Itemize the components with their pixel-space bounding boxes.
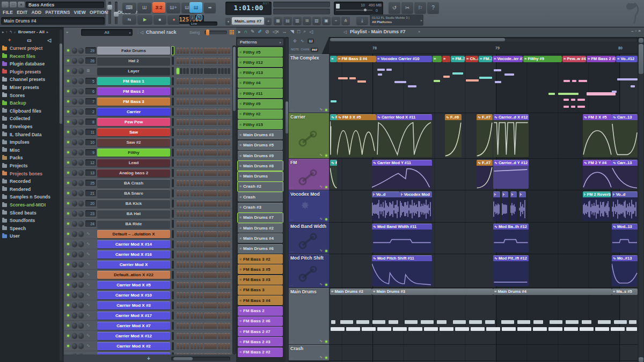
step-cell[interactable] (228, 150, 230, 156)
clip-ma-s-5[interactable]: ≡ Ma..s #5 (612, 289, 638, 295)
browser-item-soundfonts[interactable]: Soundfonts (2, 218, 35, 223)
step-cell[interactable] (207, 129, 210, 135)
pattern-item-main-drums-7[interactable]: ≡Main Drums #7 (238, 213, 283, 223)
clip-carrier-mod-y-11[interactable]: ∿Carrier Mod Y #11 (372, 160, 432, 189)
step-cell[interactable] (214, 343, 216, 349)
browser-item-scores-and-midi[interactable]: Scores-and-MIDI (2, 202, 46, 208)
step-cell[interactable] (228, 282, 230, 288)
pattern-item-main-drums-5[interactable]: ≡Main Drums #5 (238, 141, 283, 150)
volume-knob[interactable] (78, 78, 84, 84)
channel-enable-led[interactable] (67, 151, 69, 153)
step-cell[interactable] (197, 201, 200, 206)
channel-selector-strip[interactable] (172, 342, 174, 350)
track-link-icon[interactable]: ∿ (319, 184, 323, 189)
track-led[interactable] (325, 250, 327, 252)
step-cell[interactable] (218, 313, 221, 319)
browser-item-rendered[interactable]: Rendered (2, 187, 31, 192)
step-cell[interactable] (207, 221, 210, 227)
step-cell[interactable] (204, 88, 207, 94)
clip-fm-5[interactable]: ≡ FM..5 (451, 56, 465, 62)
pan-knob[interactable] (72, 139, 77, 145)
step-cell[interactable] (224, 119, 227, 125)
typing-to-piano-toggle[interactable]: Ш (189, 2, 202, 13)
channel-button[interactable]: Lead (97, 159, 170, 167)
step-cell[interactable] (197, 129, 200, 135)
browser-item-projects[interactable]: Projects (2, 163, 28, 168)
channel-button[interactable]: Default..ation X #22 (97, 271, 170, 279)
step-cell[interactable] (194, 313, 196, 319)
step-cell[interactable] (194, 262, 196, 268)
maximize-button[interactable]: □ (10, 2, 17, 8)
step-cell[interactable] (191, 99, 193, 105)
track-lane-the-complex[interactable]: ≡ ≡ FM Bass 3 #4≡ Vocodex Carrier #10≡ ≡… (329, 54, 638, 113)
step-cell[interactable] (207, 231, 210, 237)
channel-enable-led[interactable] (67, 60, 69, 62)
step-cell[interactable] (180, 150, 182, 156)
step-cell[interactable] (224, 282, 227, 288)
rack-menu-icon[interactable]: ▸ (67, 30, 69, 34)
track-header-mod-band-width[interactable]: Mod Band Width...∿ (289, 223, 329, 254)
channel-enable-led[interactable] (67, 314, 69, 316)
step-cell[interactable] (228, 160, 230, 166)
channel-enable-led[interactable] (67, 90, 69, 92)
step-cell[interactable] (207, 323, 210, 329)
step-cell[interactable] (183, 252, 186, 257)
step-cell[interactable] (191, 68, 193, 74)
step-cell[interactable] (228, 302, 230, 308)
pan-knob[interactable] (72, 241, 77, 247)
step-cell[interactable] (228, 180, 230, 186)
step-cell[interactable] (186, 180, 189, 186)
step-cell[interactable] (177, 323, 179, 329)
step-cell[interactable] (214, 78, 216, 84)
step-cell[interactable] (194, 139, 196, 145)
step-cell[interactable] (180, 160, 182, 166)
track-led[interactable] (325, 186, 327, 188)
master-pitch-slider[interactable] (115, 2, 118, 24)
browser-back-icon[interactable]: ↰ (9, 30, 12, 34)
clip-unnamed[interactable]: ⊦ (493, 191, 500, 221)
step-cell[interactable] (207, 88, 210, 94)
track-lane-mod-band-width[interactable]: ∿Mod Band Width #11∿Mod Ba..th #12∿Mod..… (329, 223, 638, 254)
step-cell[interactable] (183, 262, 186, 268)
step-cell[interactable] (204, 272, 207, 278)
step-cell[interactable] (191, 201, 193, 206)
step-cell[interactable] (224, 343, 227, 349)
browser-item-recorded[interactable]: Recorded (2, 179, 31, 184)
step-cell[interactable] (214, 170, 216, 176)
step-cell[interactable] (191, 252, 193, 257)
volume-knob[interactable] (78, 231, 84, 237)
step-cell[interactable] (177, 241, 179, 247)
clip-ch-7[interactable]: ≡ Ch..#7 (465, 56, 478, 62)
clip-filthy-9[interactable]: ≡ Filthy #9 (523, 56, 562, 62)
step-cell[interactable] (224, 78, 227, 84)
step-cell[interactable] (218, 292, 221, 298)
touch-controller-button[interactable]: ⋔ (341, 16, 350, 25)
channel-button[interactable]: BA Ride (97, 220, 170, 228)
step-cell[interactable] (224, 333, 227, 339)
track-header-fm[interactable]: FM...∿ (289, 159, 329, 190)
channel-enable-led[interactable] (67, 263, 69, 265)
step-cell[interactable] (218, 109, 221, 115)
step-cell[interactable] (207, 201, 210, 206)
step-cell[interactable] (218, 58, 221, 64)
pattern-item-fm-bass-3-5[interactable]: ≡FM Bass 3 #5 (238, 264, 283, 274)
step-cell[interactable] (180, 221, 182, 227)
step-cell[interactable] (214, 190, 216, 196)
step-cell[interactable] (207, 272, 210, 278)
step-cell[interactable] (214, 262, 216, 268)
step-cell[interactable] (224, 170, 227, 176)
track-led[interactable] (325, 341, 327, 343)
step-cell[interactable] (218, 323, 221, 329)
step-cell[interactable] (204, 282, 207, 288)
browser-item-plugin-database[interactable]: Plugin database (2, 61, 45, 67)
step-cell[interactable] (224, 272, 227, 278)
rack-vscrollbar[interactable] (232, 46, 236, 354)
step-cell[interactable] (197, 302, 200, 308)
speaker-icon[interactable]: ◁ (47, 38, 51, 43)
step-cell[interactable] (200, 272, 203, 278)
menu-file[interactable]: FILE (3, 10, 13, 15)
pan-knob[interactable] (72, 262, 77, 267)
step-cell[interactable] (186, 221, 189, 227)
step-cell[interactable] (228, 343, 230, 349)
step-cell[interactable] (197, 109, 200, 115)
